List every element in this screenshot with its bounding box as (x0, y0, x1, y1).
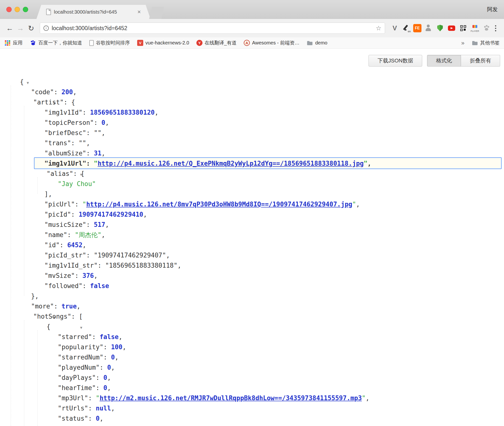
json-token: : (92, 333, 100, 341)
json-token: , (356, 201, 360, 208)
json-line: ▼"artist": { (0, 97, 504, 107)
json-token: " (352, 201, 356, 208)
json-line: "albumSize": 31, (0, 148, 504, 158)
json-token: null (96, 405, 111, 412)
json-token: "copyFrom" (58, 425, 96, 426)
address-bar[interactable]: i localhost:3000/artists?id=6452 ☆ (40, 23, 385, 34)
json-line: "musicSize": 517, (0, 220, 504, 230)
json-token: "hearTime" (58, 384, 96, 392)
json-token: "topicPerson" (44, 119, 94, 126)
json-line: "hearTime": 0, (0, 383, 504, 393)
browser-menu-icon[interactable] (491, 23, 500, 33)
json-token: , (105, 221, 109, 228)
bookmark-label: 谷歌按时间排序 (96, 40, 130, 46)
collapse-caret-icon[interactable]: ▼ (80, 325, 82, 330)
window-close-button[interactable] (6, 7, 12, 12)
json-token: "img1v1Id_str" (44, 262, 98, 269)
json-token: "starredNum" (58, 354, 103, 361)
json-url-link[interactable]: http://m2.music.126.net/RMJR7wDullRqppBk… (100, 394, 362, 402)
bookmarks-overflow-icon[interactable]: » (461, 40, 464, 46)
json-line: ▼{ (0, 322, 504, 332)
bookmark-item[interactable]: demo (307, 40, 327, 46)
qrcode-icon[interactable] (458, 23, 468, 33)
json-token: "mp3Url" (58, 394, 88, 402)
reload-icon[interactable]: ↻ (26, 23, 36, 34)
json-line: ▼"alias": [ (0, 169, 504, 179)
json-token: "code" (31, 88, 54, 96)
json-token: 19097417462929410 (79, 211, 143, 218)
bookmark-star-icon[interactable]: ☆ (376, 25, 381, 32)
fehelper-icon[interactable]: FE (413, 24, 421, 32)
folder-icon (307, 40, 313, 46)
json-token: : (67, 231, 75, 239)
window-zoom-button[interactable] (23, 7, 28, 12)
bookmark-item[interactable]: Vvue-hackernews-2.0 (137, 40, 189, 46)
json-token: : (86, 160, 94, 167)
json-url-link[interactable]: http://p4.music.126.net/8mv7qP30Pd3oHW8b… (86, 201, 352, 208)
json-token: [ (81, 170, 85, 177)
json-token: , (155, 109, 159, 116)
json-line: ▼"hotSongs": [ (0, 311, 504, 322)
person-icon[interactable] (423, 23, 433, 33)
json-token: "picId_str" (44, 252, 86, 259)
vimium-v-icon-label: V (393, 25, 397, 32)
tab-close-icon[interactable]: × (137, 9, 141, 15)
json-token: " (364, 160, 368, 167)
youtube-icon[interactable] (447, 23, 456, 33)
json-line: "starredNum": 0, (0, 352, 504, 362)
json-line: ▼{ (0, 77, 504, 87)
forward-icon[interactable]: → (15, 23, 26, 34)
json-token: , (101, 231, 105, 239)
player-icon-label: PLAYER (470, 30, 480, 32)
json-line: "mp3Url": "http://m2.music.126.net/RMJR7… (0, 393, 504, 403)
json-token: , (105, 119, 109, 126)
collapse-caret-icon[interactable]: ▼ (27, 81, 29, 85)
bookmark-item[interactable]: 百度一下，你就知道 (30, 40, 82, 46)
json-line: "dayPlays": 0, (0, 373, 504, 383)
site-info-icon[interactable]: i (43, 26, 49, 31)
json-token: "id" (44, 241, 60, 249)
json-line: "status": 0, (0, 413, 504, 424)
format-button[interactable]: 格式化 (427, 55, 461, 67)
player-icon[interactable]: PLAYER (470, 23, 480, 33)
json-token: , (177, 262, 181, 269)
extension-icons: VenFEPLAYER (390, 23, 491, 33)
json-token: "followed" (44, 282, 83, 290)
bookmark-item[interactable]: 应用 (4, 40, 23, 46)
json-token: { (71, 99, 75, 106)
json-token: "18569651883380118" (105, 262, 177, 269)
json-token: , (100, 415, 103, 422)
json-token: : (103, 343, 111, 351)
translate-pen-icon[interactable]: en (402, 23, 411, 33)
awesomes-icon: A (244, 40, 250, 46)
bookmark-item[interactable]: 谷歌按时间排序 (89, 40, 130, 46)
paw-icon[interactable] (482, 23, 491, 33)
json-token: : (96, 384, 103, 392)
json-token: : (71, 211, 79, 218)
json-actions: 下载JSON数据 格式化 折叠所有 (369, 55, 500, 67)
json-token: "starred" (58, 333, 92, 341)
json-token: "playedNum" (58, 364, 100, 371)
window-minimize-button[interactable] (15, 7, 20, 12)
json-token: "artist" (33, 99, 64, 106)
json-token: , (94, 272, 98, 279)
json-token: : (88, 415, 96, 422)
json-token: , (107, 374, 111, 381)
json-line: "img1v1Id_str": "18569651883380118", (0, 260, 504, 271)
bookmark-item[interactable]: AAwesomes - 前端资… (244, 40, 299, 46)
json-token: ], (44, 190, 52, 198)
browser-tab[interactable]: localhost:3000/artists?id=645 × (36, 5, 151, 19)
shield-icon[interactable] (435, 23, 445, 33)
v-badge-icon: V (137, 40, 143, 46)
json-line: "briefDesc": "", (0, 128, 504, 138)
other-bookmarks-folder[interactable]: 其他书签 (472, 40, 500, 46)
json-token: , (101, 150, 105, 157)
json-token: " (83, 201, 86, 208)
json-url-link[interactable]: http://p4.music.126.net/Q_ExePNkmqB2yWyL… (98, 160, 364, 167)
download-json-button[interactable]: 下载JSON数据 (369, 55, 422, 67)
bookmark-item[interactable]: Y在线翻译_有道 (196, 40, 236, 46)
vimium-v-icon[interactable]: V (390, 23, 400, 33)
back-icon[interactable]: ← (4, 23, 15, 34)
collapse-all-button[interactable]: 折叠所有 (461, 55, 500, 67)
new-tab-button[interactable] (149, 7, 164, 19)
